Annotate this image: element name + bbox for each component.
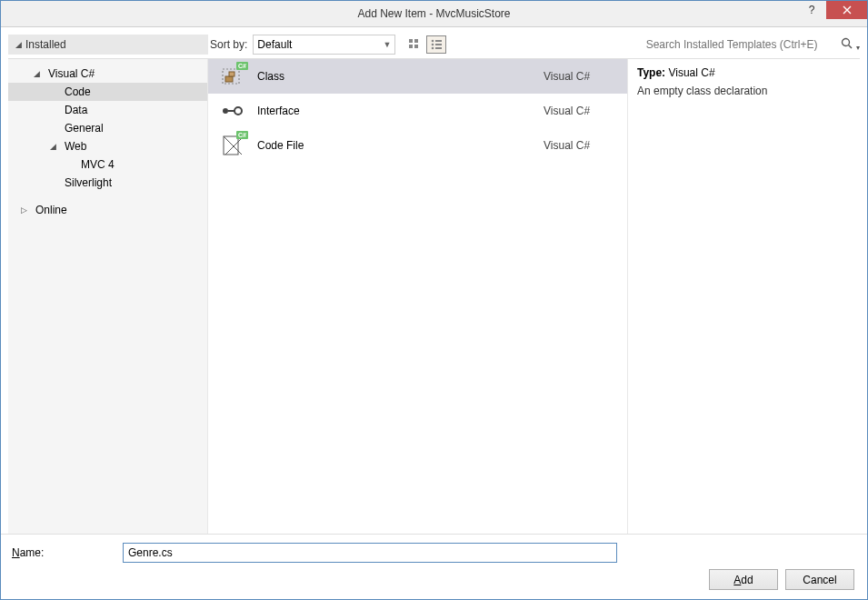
- description-panel: Type: Visual C# An empty class declarati…: [628, 59, 860, 534]
- template-name: Class: [257, 70, 531, 83]
- svg-rect-5: [435, 40, 442, 42]
- csharp-badge-icon: C#: [236, 131, 248, 139]
- tree-label: Silverlight: [61, 175, 115, 190]
- type-row: Type: Visual C#: [637, 66, 851, 79]
- tree-item-web[interactable]: ◢ Web: [8, 137, 207, 155]
- name-label: Name:: [12, 546, 114, 559]
- type-label: Type:: [637, 66, 665, 79]
- button-row: Add Cancel: [12, 565, 856, 590]
- bottom-panel: Name: Add Cancel: [1, 534, 867, 599]
- description-text: An empty class declaration: [637, 85, 851, 97]
- sidebar: ◢ Visual C# Code Data General ◢ Web MV: [8, 59, 208, 534]
- class-icon: C#: [219, 64, 244, 89]
- tree-label: MVC 4: [77, 157, 118, 172]
- chevron-down-icon: ◢: [32, 69, 41, 78]
- svg-rect-0: [409, 39, 413, 43]
- svg-point-8: [432, 47, 434, 50]
- close-button[interactable]: [826, 1, 867, 19]
- tree-installed: ◢ Visual C# Code Data General ◢ Web MV: [8, 59, 207, 225]
- sidebar-header-label: Installed: [25, 38, 66, 51]
- tree-item-silverlight[interactable]: Silverlight: [8, 174, 207, 192]
- svg-point-15: [223, 108, 228, 114]
- view-toggle: [404, 35, 446, 54]
- csharp-badge-icon: C#: [236, 62, 248, 70]
- tree-label: Code: [61, 85, 95, 99]
- chevron-down-icon: ◢: [15, 40, 22, 49]
- template-item-class[interactable]: C# Class Visual C#: [208, 59, 627, 94]
- tree-item-data[interactable]: Data: [8, 101, 207, 119]
- tree-item-code[interactable]: Code: [8, 83, 207, 101]
- search-input[interactable]: [643, 35, 835, 55]
- titlebar: Add New Item - MvcMusicStore ?: [1, 1, 867, 27]
- tree-item-online[interactable]: ▷ Online: [8, 201, 207, 219]
- tree-label: Data: [61, 103, 91, 117]
- template-name: Interface: [257, 105, 531, 117]
- search-icon[interactable]: ▾: [841, 37, 860, 53]
- main-area: ◢ Visual C# Code Data General ◢ Web MV: [8, 58, 860, 534]
- tree-item-mvc4[interactable]: MVC 4: [8, 155, 207, 174]
- view-list-button[interactable]: [426, 35, 446, 54]
- svg-rect-7: [435, 44, 442, 45]
- view-tiles-button[interactable]: [404, 35, 424, 54]
- svg-rect-2: [409, 45, 413, 48]
- svg-point-4: [432, 40, 434, 43]
- cancel-button[interactable]: Cancel: [785, 569, 854, 590]
- svg-point-17: [234, 107, 242, 115]
- sidebar-header-wrap: ◢ Installed: [8, 27, 208, 58]
- svg-rect-9: [435, 47, 442, 49]
- svg-line-11: [848, 45, 852, 48]
- add-button[interactable]: Add: [709, 569, 778, 590]
- template-name: Code File: [257, 139, 531, 152]
- tree-label: Online: [32, 203, 71, 217]
- tree-item-visual-csharp[interactable]: ◢ Visual C#: [8, 65, 207, 83]
- window-title: Add New Item - MvcMusicStore: [357, 7, 510, 20]
- name-row: Name:: [12, 535, 856, 565]
- svg-rect-14: [229, 72, 234, 76]
- svg-rect-3: [414, 45, 418, 48]
- template-item-codefile[interactable]: C# Code File Visual C#: [208, 128, 627, 163]
- search-wrap: ▾: [643, 35, 860, 55]
- help-button[interactable]: ?: [797, 1, 826, 19]
- sortby-select[interactable]: Default ▼: [253, 35, 395, 55]
- sortby-value: Default: [257, 38, 292, 51]
- template-lang: Visual C#: [544, 105, 616, 117]
- chevron-down-icon: ◢: [48, 142, 57, 151]
- interface-icon: [219, 98, 244, 124]
- codefile-icon: C#: [219, 133, 244, 158]
- template-item-interface[interactable]: Interface Visual C#: [208, 94, 627, 128]
- template-list: C# Class Visual C# Interface Visual C#: [208, 59, 628, 534]
- svg-rect-1: [414, 39, 418, 43]
- sortby-label: Sort by:: [210, 38, 247, 51]
- chevron-right-icon: ▷: [19, 205, 28, 215]
- template-lang: Visual C#: [544, 70, 616, 83]
- dropdown-icon: ▼: [383, 40, 391, 49]
- svg-point-6: [432, 44, 434, 46]
- type-value: Visual C#: [668, 66, 714, 79]
- tree-label: General: [61, 121, 107, 135]
- template-lang: Visual C#: [544, 139, 616, 152]
- sidebar-header-installed[interactable]: ◢ Installed: [8, 35, 208, 55]
- svg-rect-13: [225, 76, 233, 82]
- toolbar: Sort by: Default ▼ ▾: [210, 27, 860, 58]
- tree-item-general[interactable]: General: [8, 119, 207, 137]
- name-input[interactable]: [123, 543, 617, 563]
- tree-label: Web: [61, 139, 90, 154]
- tree-label: Visual C#: [45, 66, 98, 81]
- svg-point-10: [842, 38, 849, 45]
